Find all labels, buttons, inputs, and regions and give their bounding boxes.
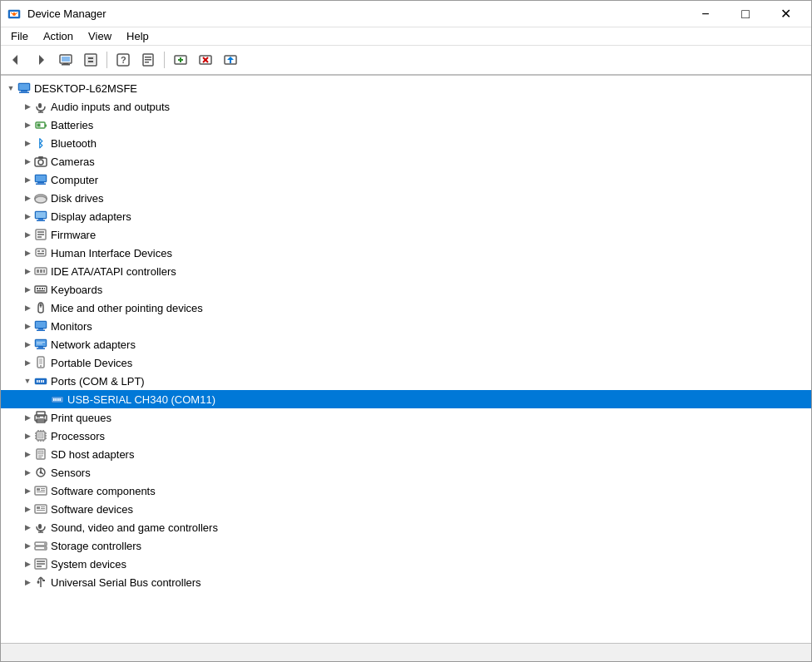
tree-item-mice[interactable]: ▶ Mice and other pointing devices [1, 299, 811, 317]
hid-expand-icon[interactable]: ▶ [21, 246, 34, 259]
svg-rect-20 [145, 59, 151, 61]
help-button[interactable]: ? [111, 48, 135, 72]
tree-item-audio[interactable]: ▶ Audio inputs and outputs [1, 97, 811, 116]
keyboards-expand-icon[interactable]: ▶ [21, 283, 34, 296]
storage-expand-icon[interactable]: ▶ [21, 539, 34, 552]
device-tree[interactable]: ▼ DESKTOP-L62MSFE ▶ [1, 76, 811, 643]
tree-item-hid[interactable]: ▶ Human Interface Devices [1, 244, 811, 262]
sensors-expand-icon[interactable]: ▶ [21, 466, 34, 479]
svg-rect-43 [38, 156, 43, 159]
update-driver-button[interactable] [219, 48, 242, 72]
menu-file[interactable]: File [4, 28, 35, 44]
tree-item-sensors[interactable]: ▶ Sensors [1, 463, 811, 482]
tree-item-disk[interactable]: ▶ Disk drives [1, 189, 811, 207]
cameras-expand-icon[interactable]: ▶ [21, 155, 34, 168]
software-components-label: Software components [51, 485, 156, 497]
display-expand-icon[interactable]: ▶ [21, 210, 34, 223]
system-expand-icon[interactable]: ▶ [21, 557, 34, 571]
tree-item-batteries[interactable]: ▶ Batteries [1, 116, 811, 134]
tree-item-ports[interactable]: ▼ Ports (COM & LPT) [1, 372, 811, 390]
audio-expand-icon[interactable]: ▶ [21, 100, 34, 113]
sd-icon [34, 447, 47, 461]
root-expand-icon[interactable]: ▼ [4, 82, 17, 95]
print-expand-icon[interactable]: ▶ [21, 411, 34, 424]
tree-item-software-components[interactable]: ▶ Software components [1, 482, 811, 500]
svg-rect-96 [56, 398, 57, 401]
maximize-button[interactable]: □ [726, 1, 765, 27]
tree-item-computer[interactable]: ▶ Computer [1, 170, 811, 189]
tree-item-keyboards[interactable]: ▶ Keyboards [1, 280, 811, 299]
tree-item-bluetooth[interactable]: ▶ ᛒ Bluetooth [1, 134, 811, 152]
computer-expand-icon[interactable]: ▶ [21, 173, 34, 186]
computer-view-button[interactable] [54, 48, 77, 72]
batteries-label: Batteries [51, 119, 93, 131]
tree-item-firmware[interactable]: ▶ Firmware [1, 225, 811, 244]
ide-expand-icon[interactable]: ▶ [21, 264, 34, 278]
display-icon [34, 210, 47, 223]
toolbar-separator-1 [106, 52, 107, 68]
processors-icon [34, 429, 47, 442]
tree-item-sound[interactable]: ▶ Sound, video and game controllers [1, 518, 811, 536]
firmware-expand-icon[interactable]: ▶ [21, 228, 34, 241]
properties-button[interactable] [136, 48, 160, 72]
svg-rect-105 [38, 433, 43, 438]
svg-point-3 [12, 12, 16, 16]
minimize-button[interactable]: − [686, 1, 725, 27]
svg-rect-83 [37, 343, 42, 344]
svg-rect-91 [39, 380, 41, 383]
software-devices-expand-icon[interactable]: ▶ [21, 502, 34, 516]
tree-item-sd[interactable]: ▶ SD host adapters [1, 445, 811, 463]
processors-expand-icon[interactable]: ▶ [21, 429, 34, 442]
software-components-expand-icon[interactable]: ▶ [21, 484, 34, 497]
svg-rect-60 [36, 249, 46, 256]
mice-expand-icon[interactable]: ▶ [21, 301, 34, 314]
bluetooth-expand-icon[interactable]: ▶ [21, 136, 34, 150]
monitors-expand-icon[interactable]: ▶ [21, 319, 34, 333]
show-hidden-button[interactable] [79, 48, 102, 72]
hid-icon [34, 246, 47, 259]
ports-icon [34, 374, 47, 388]
svg-point-140 [44, 543, 46, 545]
tree-item-storage[interactable]: ▶ Storage controllers [1, 536, 811, 555]
svg-rect-79 [37, 330, 45, 332]
tree-item-processors[interactable]: ▶ [1, 427, 811, 445]
menu-help[interactable]: Help [120, 28, 156, 44]
close-button[interactable]: ✕ [766, 1, 805, 27]
ports-expand-icon[interactable]: ▼ [21, 374, 34, 388]
software-devices-icon [34, 502, 47, 516]
tree-item-portable[interactable]: ▶ Portable Devices [1, 353, 811, 372]
sound-expand-icon[interactable]: ▶ [21, 521, 34, 534]
tree-item-print[interactable]: ▶ Print queues [1, 408, 811, 427]
tree-item-universal[interactable]: ▶ Universal Serial Bus controllers [1, 573, 811, 591]
back-button[interactable] [4, 48, 27, 72]
tree-item-ide[interactable]: ▶ IDE ATA/ATAPI controllers [1, 262, 811, 280]
forward-button[interactable] [29, 48, 52, 72]
menu-view[interactable]: View [82, 28, 118, 44]
svg-rect-128 [41, 488, 45, 489]
print-label: Print queues [51, 412, 111, 424]
batteries-expand-icon[interactable]: ▶ [21, 118, 34, 131]
firmware-icon [34, 228, 47, 241]
portable-expand-icon[interactable]: ▶ [21, 356, 34, 369]
add-hardware-button[interactable] [169, 48, 192, 72]
tree-item-monitors[interactable]: ▶ Monitors [1, 317, 811, 335]
tree-item-cameras[interactable]: ▶ Cameras [1, 152, 811, 170]
svg-rect-134 [41, 508, 45, 509]
tree-item-usb-serial[interactable]: USB-SERIAL CH340 (COM11) [1, 390, 811, 408]
network-expand-icon[interactable]: ▶ [21, 338, 34, 351]
title-text: Device Manager [27, 7, 686, 20]
system-label: System devices [51, 558, 126, 571]
sd-expand-icon[interactable]: ▶ [21, 447, 34, 461]
menu-action[interactable]: Action [37, 28, 80, 44]
tree-item-network[interactable]: ▶ Network adapters [1, 335, 811, 353]
svg-rect-98 [60, 398, 62, 401]
tree-item-display[interactable]: ▶ Display adapters [1, 207, 811, 225]
disk-expand-icon[interactable]: ▶ [21, 191, 34, 205]
tree-item-software-devices[interactable]: ▶ Software devices [1, 500, 811, 518]
universal-expand-icon[interactable]: ▶ [21, 576, 34, 589]
svg-rect-135 [37, 510, 45, 511]
tree-root[interactable]: ▼ DESKTOP-L62MSFE [1, 79, 811, 97]
mice-icon [34, 301, 47, 314]
tree-item-system[interactable]: ▶ System devices [1, 555, 811, 573]
uninstall-button[interactable] [194, 48, 217, 72]
